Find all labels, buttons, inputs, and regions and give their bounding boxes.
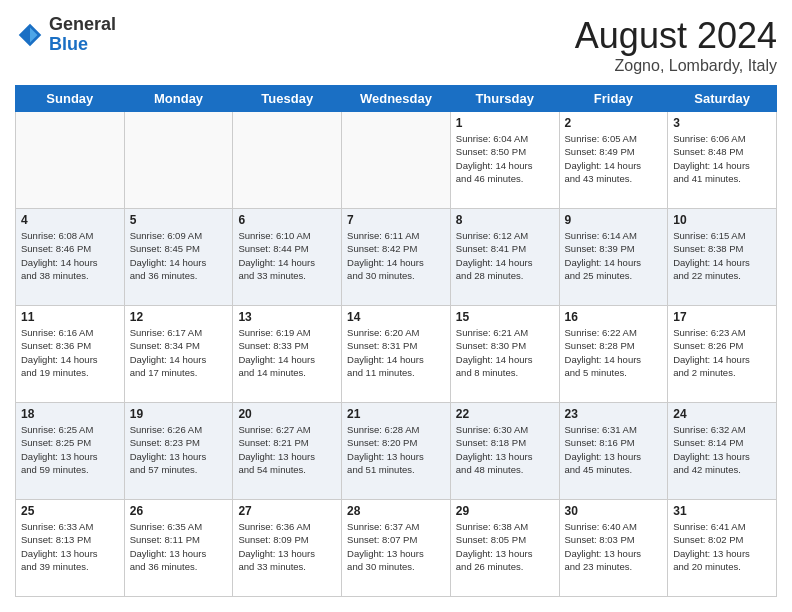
calendar-cell: 17Sunrise: 6:23 AM Sunset: 8:26 PM Dayli… [668,306,777,403]
day-info: Sunrise: 6:11 AM Sunset: 8:42 PM Dayligh… [347,229,445,282]
day-number: 19 [130,407,228,421]
day-number: 22 [456,407,554,421]
day-number: 13 [238,310,336,324]
day-info: Sunrise: 6:32 AM Sunset: 8:14 PM Dayligh… [673,423,771,476]
calendar-cell: 22Sunrise: 6:30 AM Sunset: 8:18 PM Dayli… [450,403,559,500]
day-number: 18 [21,407,119,421]
calendar: SundayMondayTuesdayWednesdayThursdayFrid… [15,85,777,597]
calendar-cell: 15Sunrise: 6:21 AM Sunset: 8:30 PM Dayli… [450,306,559,403]
day-number: 4 [21,213,119,227]
calendar-cell: 10Sunrise: 6:15 AM Sunset: 8:38 PM Dayli… [668,209,777,306]
calendar-week-row: 1Sunrise: 6:04 AM Sunset: 8:50 PM Daylig… [16,112,777,209]
day-number: 17 [673,310,771,324]
calendar-cell: 31Sunrise: 6:41 AM Sunset: 8:02 PM Dayli… [668,500,777,597]
day-info: Sunrise: 6:12 AM Sunset: 8:41 PM Dayligh… [456,229,554,282]
calendar-cell: 28Sunrise: 6:37 AM Sunset: 8:07 PM Dayli… [342,500,451,597]
title-block: August 2024 Zogno, Lombardy, Italy [575,15,777,75]
day-info: Sunrise: 6:17 AM Sunset: 8:34 PM Dayligh… [130,326,228,379]
calendar-cell [233,112,342,209]
day-number: 8 [456,213,554,227]
day-number: 21 [347,407,445,421]
day-info: Sunrise: 6:22 AM Sunset: 8:28 PM Dayligh… [565,326,663,379]
day-info: Sunrise: 6:04 AM Sunset: 8:50 PM Dayligh… [456,132,554,185]
calendar-cell: 13Sunrise: 6:19 AM Sunset: 8:33 PM Dayli… [233,306,342,403]
calendar-cell: 7Sunrise: 6:11 AM Sunset: 8:42 PM Daylig… [342,209,451,306]
calendar-cell: 11Sunrise: 6:16 AM Sunset: 8:36 PM Dayli… [16,306,125,403]
calendar-cell: 19Sunrise: 6:26 AM Sunset: 8:23 PM Dayli… [124,403,233,500]
calendar-week-row: 11Sunrise: 6:16 AM Sunset: 8:36 PM Dayli… [16,306,777,403]
calendar-cell: 16Sunrise: 6:22 AM Sunset: 8:28 PM Dayli… [559,306,668,403]
page: General Blue August 2024 Zogno, Lombardy… [0,0,792,612]
day-number: 12 [130,310,228,324]
calendar-cell: 21Sunrise: 6:28 AM Sunset: 8:20 PM Dayli… [342,403,451,500]
day-info: Sunrise: 6:19 AM Sunset: 8:33 PM Dayligh… [238,326,336,379]
weekday-header: Sunday [16,86,125,112]
calendar-cell: 25Sunrise: 6:33 AM Sunset: 8:13 PM Dayli… [16,500,125,597]
calendar-cell [124,112,233,209]
day-number: 31 [673,504,771,518]
day-info: Sunrise: 6:28 AM Sunset: 8:20 PM Dayligh… [347,423,445,476]
day-number: 30 [565,504,663,518]
calendar-cell [342,112,451,209]
day-info: Sunrise: 6:36 AM Sunset: 8:09 PM Dayligh… [238,520,336,573]
day-number: 3 [673,116,771,130]
calendar-cell [16,112,125,209]
calendar-week-row: 4Sunrise: 6:08 AM Sunset: 8:46 PM Daylig… [16,209,777,306]
calendar-cell: 1Sunrise: 6:04 AM Sunset: 8:50 PM Daylig… [450,112,559,209]
day-info: Sunrise: 6:21 AM Sunset: 8:30 PM Dayligh… [456,326,554,379]
day-info: Sunrise: 6:23 AM Sunset: 8:26 PM Dayligh… [673,326,771,379]
day-number: 28 [347,504,445,518]
calendar-cell: 6Sunrise: 6:10 AM Sunset: 8:44 PM Daylig… [233,209,342,306]
calendar-cell: 20Sunrise: 6:27 AM Sunset: 8:21 PM Dayli… [233,403,342,500]
calendar-cell: 9Sunrise: 6:14 AM Sunset: 8:39 PM Daylig… [559,209,668,306]
logo-icon [15,20,45,50]
weekday-header: Tuesday [233,86,342,112]
day-info: Sunrise: 6:06 AM Sunset: 8:48 PM Dayligh… [673,132,771,185]
day-info: Sunrise: 6:38 AM Sunset: 8:05 PM Dayligh… [456,520,554,573]
day-info: Sunrise: 6:05 AM Sunset: 8:49 PM Dayligh… [565,132,663,185]
calendar-cell: 18Sunrise: 6:25 AM Sunset: 8:25 PM Dayli… [16,403,125,500]
day-info: Sunrise: 6:15 AM Sunset: 8:38 PM Dayligh… [673,229,771,282]
month-title: August 2024 [575,15,777,57]
day-info: Sunrise: 6:16 AM Sunset: 8:36 PM Dayligh… [21,326,119,379]
calendar-cell: 8Sunrise: 6:12 AM Sunset: 8:41 PM Daylig… [450,209,559,306]
day-info: Sunrise: 6:35 AM Sunset: 8:11 PM Dayligh… [130,520,228,573]
calendar-cell: 26Sunrise: 6:35 AM Sunset: 8:11 PM Dayli… [124,500,233,597]
location-title: Zogno, Lombardy, Italy [575,57,777,75]
day-number: 5 [130,213,228,227]
day-info: Sunrise: 6:09 AM Sunset: 8:45 PM Dayligh… [130,229,228,282]
day-number: 2 [565,116,663,130]
calendar-cell: 29Sunrise: 6:38 AM Sunset: 8:05 PM Dayli… [450,500,559,597]
day-info: Sunrise: 6:14 AM Sunset: 8:39 PM Dayligh… [565,229,663,282]
day-number: 14 [347,310,445,324]
day-number: 11 [21,310,119,324]
calendar-cell: 14Sunrise: 6:20 AM Sunset: 8:31 PM Dayli… [342,306,451,403]
weekday-header: Friday [559,86,668,112]
day-info: Sunrise: 6:25 AM Sunset: 8:25 PM Dayligh… [21,423,119,476]
calendar-cell: 3Sunrise: 6:06 AM Sunset: 8:48 PM Daylig… [668,112,777,209]
day-info: Sunrise: 6:33 AM Sunset: 8:13 PM Dayligh… [21,520,119,573]
day-number: 1 [456,116,554,130]
day-number: 15 [456,310,554,324]
day-number: 20 [238,407,336,421]
day-number: 24 [673,407,771,421]
day-number: 29 [456,504,554,518]
day-number: 23 [565,407,663,421]
weekday-header: Saturday [668,86,777,112]
day-number: 27 [238,504,336,518]
calendar-cell: 2Sunrise: 6:05 AM Sunset: 8:49 PM Daylig… [559,112,668,209]
day-number: 16 [565,310,663,324]
header: General Blue August 2024 Zogno, Lombardy… [15,15,777,75]
day-info: Sunrise: 6:40 AM Sunset: 8:03 PM Dayligh… [565,520,663,573]
weekday-header-row: SundayMondayTuesdayWednesdayThursdayFrid… [16,86,777,112]
logo-text: General Blue [49,15,116,55]
day-number: 7 [347,213,445,227]
day-number: 6 [238,213,336,227]
logo-blue: Blue [49,34,88,54]
day-number: 26 [130,504,228,518]
logo: General Blue [15,15,116,55]
calendar-week-row: 18Sunrise: 6:25 AM Sunset: 8:25 PM Dayli… [16,403,777,500]
calendar-cell: 24Sunrise: 6:32 AM Sunset: 8:14 PM Dayli… [668,403,777,500]
day-info: Sunrise: 6:08 AM Sunset: 8:46 PM Dayligh… [21,229,119,282]
day-info: Sunrise: 6:37 AM Sunset: 8:07 PM Dayligh… [347,520,445,573]
